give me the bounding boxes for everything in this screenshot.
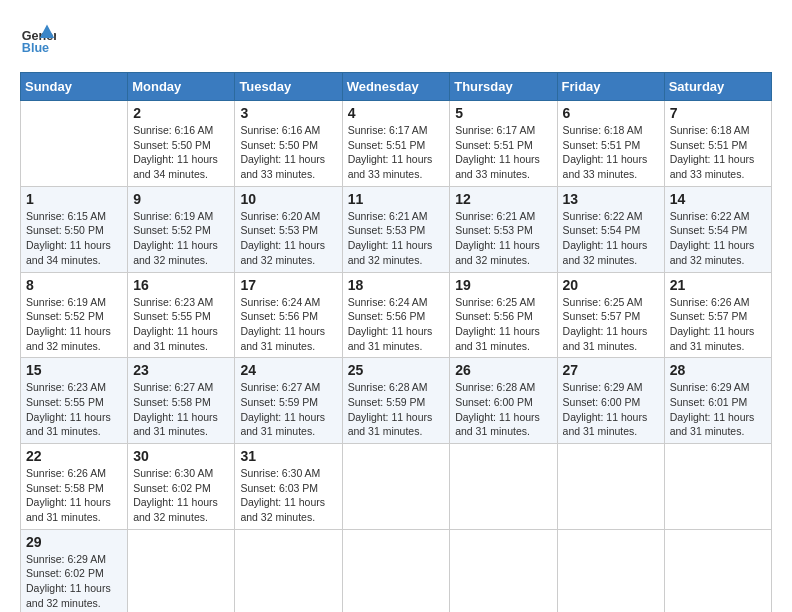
calendar-cell: 8Sunrise: 6:19 AM Sunset: 5:52 PM Daylig… <box>21 272 128 358</box>
day-number: 4 <box>348 105 445 121</box>
calendar-cell: 26Sunrise: 6:28 AM Sunset: 6:00 PM Dayli… <box>450 358 557 444</box>
day-number: 31 <box>240 448 336 464</box>
day-info: Sunrise: 6:30 AM Sunset: 6:02 PM Dayligh… <box>133 466 229 525</box>
day-number: 19 <box>455 277 551 293</box>
day-info: Sunrise: 6:19 AM Sunset: 5:52 PM Dayligh… <box>26 295 122 354</box>
logo-icon: General Blue <box>20 20 56 56</box>
calendar-cell: 11Sunrise: 6:21 AM Sunset: 5:53 PM Dayli… <box>342 186 450 272</box>
calendar-cell: 31Sunrise: 6:30 AM Sunset: 6:03 PM Dayli… <box>235 444 342 530</box>
day-info: Sunrise: 6:27 AM Sunset: 5:58 PM Dayligh… <box>133 380 229 439</box>
day-number: 24 <box>240 362 336 378</box>
day-number: 9 <box>133 191 229 207</box>
day-number: 5 <box>455 105 551 121</box>
day-info: Sunrise: 6:30 AM Sunset: 6:03 PM Dayligh… <box>240 466 336 525</box>
calendar-cell <box>557 529 664 612</box>
page-header: General Blue <box>20 20 772 56</box>
day-info: Sunrise: 6:18 AM Sunset: 5:51 PM Dayligh… <box>563 123 659 182</box>
calendar-cell: 28Sunrise: 6:29 AM Sunset: 6:01 PM Dayli… <box>664 358 771 444</box>
calendar-cell <box>664 529 771 612</box>
day-info: Sunrise: 6:28 AM Sunset: 6:00 PM Dayligh… <box>455 380 551 439</box>
calendar-cell <box>450 444 557 530</box>
day-info: Sunrise: 6:17 AM Sunset: 5:51 PM Dayligh… <box>348 123 445 182</box>
day-info: Sunrise: 6:24 AM Sunset: 5:56 PM Dayligh… <box>348 295 445 354</box>
day-number: 15 <box>26 362 122 378</box>
calendar-cell: 3Sunrise: 6:16 AM Sunset: 5:50 PM Daylig… <box>235 101 342 187</box>
calendar-cell: 27Sunrise: 6:29 AM Sunset: 6:00 PM Dayli… <box>557 358 664 444</box>
day-info: Sunrise: 6:29 AM Sunset: 6:01 PM Dayligh… <box>670 380 766 439</box>
day-number: 1 <box>26 191 122 207</box>
calendar-cell: 1Sunrise: 6:15 AM Sunset: 5:50 PM Daylig… <box>21 186 128 272</box>
day-number: 23 <box>133 362 229 378</box>
calendar-cell: 24Sunrise: 6:27 AM Sunset: 5:59 PM Dayli… <box>235 358 342 444</box>
calendar-cell <box>342 444 450 530</box>
calendar-row: 15Sunrise: 6:23 AM Sunset: 5:55 PM Dayli… <box>21 358 772 444</box>
day-number: 12 <box>455 191 551 207</box>
day-info: Sunrise: 6:22 AM Sunset: 5:54 PM Dayligh… <box>563 209 659 268</box>
calendar-header-monday: Monday <box>128 73 235 101</box>
calendar-cell: 17Sunrise: 6:24 AM Sunset: 5:56 PM Dayli… <box>235 272 342 358</box>
calendar-header-wednesday: Wednesday <box>342 73 450 101</box>
calendar-cell: 4Sunrise: 6:17 AM Sunset: 5:51 PM Daylig… <box>342 101 450 187</box>
day-info: Sunrise: 6:21 AM Sunset: 5:53 PM Dayligh… <box>348 209 445 268</box>
day-number: 22 <box>26 448 122 464</box>
day-number: 30 <box>133 448 229 464</box>
calendar-cell: 16Sunrise: 6:23 AM Sunset: 5:55 PM Dayli… <box>128 272 235 358</box>
calendar-cell <box>235 529 342 612</box>
calendar-cell: 15Sunrise: 6:23 AM Sunset: 5:55 PM Dayli… <box>21 358 128 444</box>
calendar-cell: 21Sunrise: 6:26 AM Sunset: 5:57 PM Dayli… <box>664 272 771 358</box>
day-info: Sunrise: 6:22 AM Sunset: 5:54 PM Dayligh… <box>670 209 766 268</box>
day-info: Sunrise: 6:21 AM Sunset: 5:53 PM Dayligh… <box>455 209 551 268</box>
day-info: Sunrise: 6:23 AM Sunset: 5:55 PM Dayligh… <box>133 295 229 354</box>
day-info: Sunrise: 6:25 AM Sunset: 5:56 PM Dayligh… <box>455 295 551 354</box>
calendar-cell: 22Sunrise: 6:26 AM Sunset: 5:58 PM Dayli… <box>21 444 128 530</box>
day-number: 21 <box>670 277 766 293</box>
calendar-cell <box>557 444 664 530</box>
day-number: 6 <box>563 105 659 121</box>
calendar-cell: 23Sunrise: 6:27 AM Sunset: 5:58 PM Dayli… <box>128 358 235 444</box>
calendar-cell: 13Sunrise: 6:22 AM Sunset: 5:54 PM Dayli… <box>557 186 664 272</box>
calendar-row: 8Sunrise: 6:19 AM Sunset: 5:52 PM Daylig… <box>21 272 772 358</box>
day-number: 8 <box>26 277 122 293</box>
day-info: Sunrise: 6:19 AM Sunset: 5:52 PM Dayligh… <box>133 209 229 268</box>
calendar-cell: 6Sunrise: 6:18 AM Sunset: 5:51 PM Daylig… <box>557 101 664 187</box>
day-info: Sunrise: 6:16 AM Sunset: 5:50 PM Dayligh… <box>133 123 229 182</box>
day-info: Sunrise: 6:29 AM Sunset: 6:02 PM Dayligh… <box>26 552 122 611</box>
calendar-row: 22Sunrise: 6:26 AM Sunset: 5:58 PM Dayli… <box>21 444 772 530</box>
day-info: Sunrise: 6:26 AM Sunset: 5:57 PM Dayligh… <box>670 295 766 354</box>
calendar-cell <box>342 529 450 612</box>
day-info: Sunrise: 6:18 AM Sunset: 5:51 PM Dayligh… <box>670 123 766 182</box>
day-number: 13 <box>563 191 659 207</box>
calendar-header-row: SundayMondayTuesdayWednesdayThursdayFrid… <box>21 73 772 101</box>
calendar-cell: 29Sunrise: 6:29 AM Sunset: 6:02 PM Dayli… <box>21 529 128 612</box>
day-info: Sunrise: 6:27 AM Sunset: 5:59 PM Dayligh… <box>240 380 336 439</box>
day-number: 29 <box>26 534 122 550</box>
day-number: 2 <box>133 105 229 121</box>
calendar-row: 2Sunrise: 6:16 AM Sunset: 5:50 PM Daylig… <box>21 101 772 187</box>
calendar-cell: 19Sunrise: 6:25 AM Sunset: 5:56 PM Dayli… <box>450 272 557 358</box>
svg-text:Blue: Blue <box>22 41 49 55</box>
calendar-cell: 2Sunrise: 6:16 AM Sunset: 5:50 PM Daylig… <box>128 101 235 187</box>
day-number: 18 <box>348 277 445 293</box>
calendar-cell <box>21 101 128 187</box>
logo: General Blue <box>20 20 60 56</box>
day-info: Sunrise: 6:15 AM Sunset: 5:50 PM Dayligh… <box>26 209 122 268</box>
day-number: 14 <box>670 191 766 207</box>
calendar-cell: 7Sunrise: 6:18 AM Sunset: 5:51 PM Daylig… <box>664 101 771 187</box>
calendar-header-saturday: Saturday <box>664 73 771 101</box>
calendar-cell: 9Sunrise: 6:19 AM Sunset: 5:52 PM Daylig… <box>128 186 235 272</box>
calendar-cell: 12Sunrise: 6:21 AM Sunset: 5:53 PM Dayli… <box>450 186 557 272</box>
day-info: Sunrise: 6:28 AM Sunset: 5:59 PM Dayligh… <box>348 380 445 439</box>
day-number: 25 <box>348 362 445 378</box>
day-number: 20 <box>563 277 659 293</box>
calendar-header-sunday: Sunday <box>21 73 128 101</box>
calendar-cell: 18Sunrise: 6:24 AM Sunset: 5:56 PM Dayli… <box>342 272 450 358</box>
calendar-row: 29Sunrise: 6:29 AM Sunset: 6:02 PM Dayli… <box>21 529 772 612</box>
day-info: Sunrise: 6:25 AM Sunset: 5:57 PM Dayligh… <box>563 295 659 354</box>
calendar-cell <box>664 444 771 530</box>
calendar-cell: 25Sunrise: 6:28 AM Sunset: 5:59 PM Dayli… <box>342 358 450 444</box>
calendar-header-friday: Friday <box>557 73 664 101</box>
calendar-cell <box>450 529 557 612</box>
calendar-header-tuesday: Tuesday <box>235 73 342 101</box>
day-info: Sunrise: 6:17 AM Sunset: 5:51 PM Dayligh… <box>455 123 551 182</box>
day-info: Sunrise: 6:16 AM Sunset: 5:50 PM Dayligh… <box>240 123 336 182</box>
